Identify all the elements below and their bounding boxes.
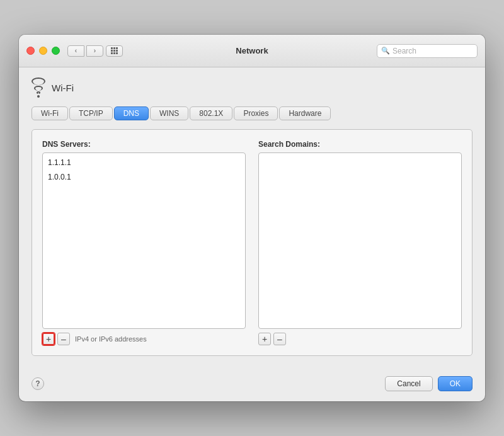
wifi-header: Wi-Fi bbox=[32, 77, 472, 98]
network-window: ‹ › Network 🔍 Search bbox=[19, 35, 485, 401]
search-icon: 🔍 bbox=[381, 47, 390, 55]
tab-proxies[interactable]: Proxies bbox=[234, 106, 278, 120]
nav-back-button[interactable]: ‹ bbox=[67, 45, 84, 57]
dns-servers-list[interactable]: 1.1.1.1 1.0.0.1 bbox=[42, 152, 246, 329]
help-button[interactable]: ? bbox=[32, 377, 44, 390]
close-button[interactable] bbox=[26, 47, 35, 55]
search-domains-panel: Search Domains: + – bbox=[258, 140, 462, 345]
wifi-icon bbox=[32, 77, 45, 98]
tab-hardware[interactable]: Hardware bbox=[279, 106, 331, 120]
search-placeholder: Search bbox=[392, 47, 416, 55]
search-domains-list[interactable] bbox=[258, 152, 462, 329]
cancel-button[interactable]: Cancel bbox=[385, 376, 432, 391]
svg-rect-4 bbox=[113, 50, 115, 52]
tabs-bar: Wi-Fi TCP/IP DNS WINS 802.1X Proxies Har… bbox=[32, 106, 472, 120]
bottom-bar: ? Cancel OK bbox=[19, 369, 485, 401]
dns-hint: IPv4 or IPv6 addresses bbox=[75, 335, 147, 343]
domain-add-button[interactable]: + bbox=[258, 333, 271, 345]
traffic-lights bbox=[26, 47, 60, 55]
dns-remove-button[interactable]: – bbox=[57, 333, 70, 345]
search-domains-controls: + – bbox=[258, 333, 462, 345]
window-title: Network bbox=[236, 46, 268, 55]
list-item: 1.1.1.1 bbox=[43, 156, 245, 170]
svg-rect-3 bbox=[111, 50, 113, 52]
nav-forward-button[interactable]: › bbox=[86, 45, 103, 57]
dns-panel: DNS Servers: 1.1.1.1 1.0.0.1 + – IPv4 or… bbox=[32, 129, 472, 356]
tab-dns[interactable]: DNS bbox=[114, 106, 149, 120]
dns-add-button[interactable]: + bbox=[42, 333, 55, 345]
bottom-buttons: Cancel OK bbox=[385, 376, 472, 391]
dns-servers-label: DNS Servers: bbox=[42, 140, 246, 149]
search-domains-label: Search Domains: bbox=[258, 140, 462, 149]
svg-rect-8 bbox=[116, 52, 118, 54]
svg-rect-0 bbox=[111, 47, 113, 49]
content-area: Wi-Fi Wi-Fi TCP/IP DNS WINS 802.1X Proxi… bbox=[19, 67, 485, 369]
titlebar: ‹ › Network 🔍 Search bbox=[19, 35, 485, 67]
domain-remove-button[interactable]: – bbox=[273, 333, 286, 345]
search-bar[interactable]: 🔍 Search bbox=[377, 44, 478, 58]
tab-tcpip[interactable]: TCP/IP bbox=[69, 106, 113, 120]
tab-8021x[interactable]: 802.1X bbox=[190, 106, 232, 120]
minimize-button[interactable] bbox=[39, 47, 47, 55]
svg-rect-2 bbox=[116, 47, 118, 49]
dns-servers-panel: DNS Servers: 1.1.1.1 1.0.0.1 + – IPv4 or… bbox=[42, 140, 246, 345]
maximize-button[interactable] bbox=[52, 47, 60, 55]
nav-buttons: ‹ › bbox=[67, 45, 103, 57]
ok-button[interactable]: OK bbox=[438, 376, 472, 391]
svg-rect-6 bbox=[111, 52, 113, 54]
svg-rect-7 bbox=[113, 52, 115, 54]
list-item: 1.0.0.1 bbox=[43, 170, 245, 185]
wifi-label: Wi-Fi bbox=[52, 83, 74, 93]
grid-button[interactable] bbox=[106, 45, 123, 57]
dns-servers-controls: + – IPv4 or IPv6 addresses bbox=[42, 333, 246, 345]
panels-row: DNS Servers: 1.1.1.1 1.0.0.1 + – IPv4 or… bbox=[42, 140, 462, 345]
svg-rect-5 bbox=[116, 50, 118, 52]
tab-wifi[interactable]: Wi-Fi bbox=[32, 106, 68, 120]
tab-wins[interactable]: WINS bbox=[150, 106, 188, 120]
svg-rect-1 bbox=[113, 47, 115, 49]
